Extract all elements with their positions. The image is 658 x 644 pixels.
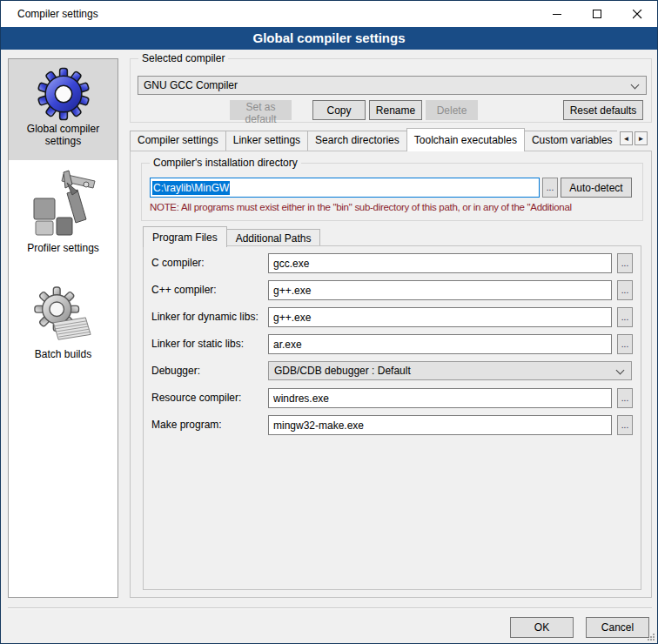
program-files-panel: C compiler: ... C++ compiler: ... Linker… bbox=[143, 245, 641, 590]
field-row-cpp-compiler: C++ compiler: ... bbox=[144, 280, 641, 300]
installation-directory-input[interactable]: C:\raylib\MinGW bbox=[150, 178, 540, 198]
chevron-down-icon bbox=[616, 366, 625, 375]
installation-directory-group: Compiler's installation directory C:\ray… bbox=[141, 163, 643, 221]
maximize-icon bbox=[593, 10, 602, 19]
chevron-down-icon bbox=[631, 81, 640, 90]
blue-gear-icon bbox=[37, 67, 91, 121]
field-label: C compiler: bbox=[151, 257, 205, 269]
window-title: Compiler settings bbox=[17, 1, 98, 27]
title-bar[interactable]: Compiler settings bbox=[1, 1, 657, 27]
sidebar-item-global-compiler-settings[interactable]: Global compiler settings bbox=[9, 59, 118, 160]
tab-program-files[interactable]: Program Files bbox=[143, 226, 227, 247]
field-row-static-linker: Linker for static libs: ... bbox=[144, 334, 641, 354]
resize-grip[interactable] bbox=[647, 633, 655, 641]
make-program-input[interactable] bbox=[268, 415, 612, 435]
sub-tab-strip: Program Files Additional Paths bbox=[143, 225, 320, 246]
debugger-select[interactable]: GDB/CDB debugger : Default bbox=[268, 361, 632, 380]
set-as-default-button[interactable]: Set as default bbox=[230, 100, 292, 120]
field-label: Debugger: bbox=[151, 365, 200, 377]
selected-compiler-group: Selected compiler GNU GCC Compiler Set a… bbox=[130, 58, 652, 123]
delete-button[interactable]: Delete bbox=[426, 100, 478, 120]
close-icon bbox=[633, 10, 642, 19]
browse-cpp-compiler-button[interactable]: ... bbox=[617, 280, 633, 300]
compiler-select-value: GNU GCC Compiler bbox=[144, 79, 238, 91]
browse-c-compiler-button[interactable]: ... bbox=[617, 253, 633, 273]
caliper-icon bbox=[29, 167, 98, 240]
field-row-debugger: Debugger: GDB/CDB debugger : Default bbox=[144, 361, 641, 381]
field-label: Resource compiler: bbox=[151, 392, 241, 404]
dynamic-linker-input[interactable] bbox=[268, 307, 612, 327]
static-linker-input[interactable] bbox=[268, 334, 612, 354]
selected-compiler-group-label: Selected compiler bbox=[138, 52, 228, 64]
toolchain-executables-page: Compiler's installation directory C:\ray… bbox=[130, 151, 652, 598]
field-row-make-program: Make program: ... bbox=[144, 415, 641, 435]
tab-custom-variables[interactable]: Custom variables bbox=[524, 131, 617, 151]
sidebar-item-label: Profiler settings bbox=[9, 240, 118, 254]
page-title: Global compiler settings bbox=[1, 27, 657, 50]
footer-divider bbox=[8, 607, 652, 608]
browse-resource-compiler-button[interactable]: ... bbox=[617, 388, 633, 408]
debugger-select-value: GDB/CDB debugger : Default bbox=[274, 365, 411, 377]
field-row-dynamic-linker: Linker for dynamic libs: ... bbox=[144, 307, 641, 327]
copy-button[interactable]: Copy bbox=[312, 100, 366, 120]
browse-directory-button[interactable]: ... bbox=[542, 178, 558, 198]
gear-stack-icon bbox=[33, 285, 94, 346]
field-row-c-compiler: C compiler: ... bbox=[144, 253, 641, 273]
tab-search-directories[interactable]: Search directories bbox=[307, 131, 407, 151]
settings-category-list: Global compiler settings Profiler settin… bbox=[8, 58, 118, 598]
program-files-tab-bar: Program Files Additional Paths bbox=[143, 225, 643, 245]
resource-compiler-input[interactable] bbox=[268, 388, 612, 408]
browse-make-program-button[interactable]: ... bbox=[617, 415, 633, 435]
cancel-button[interactable]: Cancel bbox=[586, 617, 649, 638]
close-button[interactable] bbox=[617, 1, 657, 27]
field-label: Linker for static libs: bbox=[151, 338, 244, 350]
cpp-compiler-input[interactable] bbox=[268, 280, 612, 300]
field-row-resource-compiler: Resource compiler: ... bbox=[144, 388, 641, 408]
browse-static-linker-button[interactable]: ... bbox=[617, 334, 633, 354]
settings-tab-bar: Compiler settings Linker settings Search… bbox=[130, 128, 652, 151]
tab-strip: Compiler settings Linker settings Search… bbox=[130, 128, 617, 151]
sidebar-item-label: Batch builds bbox=[9, 346, 118, 360]
rename-button[interactable]: Rename bbox=[369, 100, 422, 120]
minimize-icon bbox=[553, 10, 562, 19]
compiler-select[interactable]: GNU GCC Compiler bbox=[138, 76, 647, 95]
c-compiler-input[interactable] bbox=[268, 253, 612, 273]
tab-additional-paths[interactable]: Additional Paths bbox=[226, 229, 321, 246]
auto-detect-button[interactable]: Auto-detect bbox=[561, 178, 632, 198]
ok-button[interactable]: OK bbox=[510, 617, 574, 638]
minimize-button[interactable] bbox=[537, 1, 577, 27]
installation-directory-group-label: Compiler's installation directory bbox=[150, 157, 301, 169]
note-text: NOTE: All programs must exist either in … bbox=[150, 202, 639, 212]
compiler-settings-dialog: Compiler settings Global compiler settin… bbox=[0, 0, 658, 644]
tab-scroll-right-button[interactable]: ► bbox=[634, 131, 648, 145]
tab-linker-settings[interactable]: Linker settings bbox=[225, 131, 308, 151]
reset-defaults-button[interactable]: Reset defaults bbox=[563, 100, 643, 120]
sidebar-item-profiler-settings[interactable]: Profiler settings bbox=[9, 165, 118, 261]
field-label: C++ compiler: bbox=[151, 284, 217, 296]
field-label: Linker for dynamic libs: bbox=[151, 311, 258, 323]
tab-toolchain-executables[interactable]: Toolchain executables bbox=[406, 128, 525, 151]
browse-dynamic-linker-button[interactable]: ... bbox=[617, 307, 633, 327]
field-label: Make program: bbox=[151, 419, 222, 431]
sidebar-item-batch-builds[interactable]: Batch builds bbox=[9, 278, 118, 369]
tab-scroll-left-button[interactable]: ◄ bbox=[620, 131, 633, 145]
selected-text: C:\raylib\MinGW bbox=[152, 181, 230, 195]
maximize-button[interactable] bbox=[577, 1, 617, 27]
tab-compiler-settings[interactable]: Compiler settings bbox=[130, 131, 226, 151]
sidebar-item-label: Global compiler settings bbox=[9, 121, 118, 147]
